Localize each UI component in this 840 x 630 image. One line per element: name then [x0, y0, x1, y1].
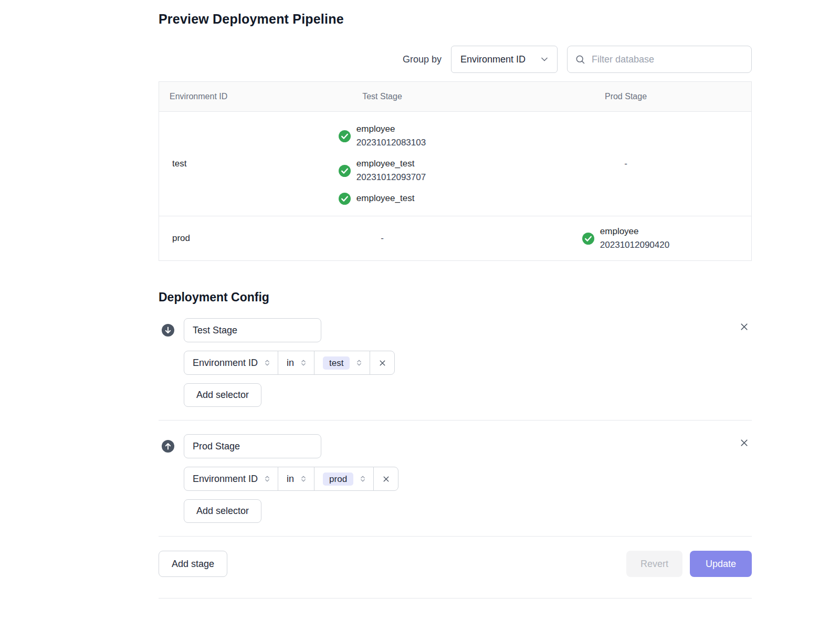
add-selector-button[interactable]: Add selector: [184, 499, 261, 523]
selector-key-select[interactable]: Environment ID: [184, 351, 278, 375]
stage-prod: Environment ID in prod: [159, 434, 752, 523]
filter-database-box: [567, 46, 752, 73]
database-version: 20231012093707: [356, 171, 426, 184]
arrow-down-circle-icon: [162, 324, 174, 337]
selector-value-tag: prod: [323, 472, 353, 486]
remove-stage-button[interactable]: [737, 319, 752, 334]
arrow-up-circle-icon: [162, 440, 174, 453]
toolbar: Group by Environment ID: [159, 46, 752, 73]
selector-key-value: Environment ID: [193, 474, 258, 485]
search-icon: [575, 54, 585, 65]
column-header-environment-id: Environment ID: [159, 92, 264, 101]
selector-key-select[interactable]: Environment ID: [184, 467, 278, 491]
deployment-config-title: Deployment Config: [159, 290, 752, 304]
divider: [159, 420, 752, 421]
selector-operator-value: in: [287, 474, 294, 485]
close-icon: [739, 326, 750, 334]
selector-row: Environment ID in prod: [184, 467, 398, 491]
database-name: employee_test: [356, 192, 415, 205]
stage-name-input[interactable]: [184, 434, 321, 458]
unfold-chevrons-icon: [263, 359, 271, 367]
selector-value-select[interactable]: prod: [314, 467, 374, 491]
remove-selector-button[interactable]: [373, 467, 398, 491]
database-name: employee: [356, 122, 426, 136]
close-icon: [739, 442, 750, 450]
unfold-chevrons-icon: [355, 359, 363, 367]
selector-operator-select[interactable]: in: [278, 351, 314, 375]
database-item: employee_test: [339, 192, 415, 205]
environment-cell: prod: [159, 216, 264, 260]
divider: [159, 598, 752, 598]
check-circle-icon: [339, 130, 351, 142]
database-version: 20231012083103: [356, 136, 426, 150]
page-title: Preview Deployment Pipeline: [159, 12, 752, 27]
remove-selector-button[interactable]: [370, 351, 395, 375]
stage-name-input[interactable]: [184, 318, 321, 342]
bottom-actions: Add stage Revert Update: [159, 551, 752, 577]
database-name: employee_test: [356, 157, 426, 171]
database-name: employee: [600, 225, 669, 238]
table-row-prod: prod - employee 20231012090420: [159, 216, 751, 260]
database-version: 20231012090420: [600, 238, 669, 252]
group-by-value: Environment ID: [460, 54, 526, 65]
add-selector-button[interactable]: Add selector: [184, 383, 261, 407]
selector-operator-select[interactable]: in: [278, 467, 314, 491]
divider: [159, 536, 752, 537]
group-by-label: Group by: [403, 54, 442, 65]
unfold-chevrons-icon: [263, 475, 271, 483]
unfold-chevrons-icon: [359, 475, 367, 483]
main-content: Preview Deployment Pipeline Group by Env…: [159, 12, 752, 598]
column-header-test-stage: Test Stage: [264, 92, 500, 101]
selector-key-value: Environment ID: [193, 358, 258, 369]
pipeline-table: Environment ID Test Stage Prod Stage tes…: [159, 81, 752, 261]
prod-stage-cell: employee 20231012090420: [500, 216, 751, 260]
test-stage-cell: employee 20231012083103 employee_test 20…: [264, 112, 500, 216]
unfold-chevrons-icon: [299, 475, 308, 483]
group-by-select[interactable]: Environment ID: [451, 46, 558, 73]
selector-value-select[interactable]: test: [314, 351, 370, 375]
filter-database-input[interactable]: [591, 54, 744, 66]
update-button[interactable]: Update: [690, 551, 752, 577]
close-icon: [382, 475, 391, 484]
selector-operator-value: in: [287, 358, 294, 369]
chevron-down-icon: [539, 54, 550, 65]
add-stage-button[interactable]: Add stage: [159, 551, 227, 577]
stage-test: Environment ID in test: [159, 318, 752, 407]
pipeline-table-header: Environment ID Test Stage Prod Stage: [159, 82, 751, 112]
database-item: employee_test 20231012093707: [339, 157, 426, 184]
column-header-prod-stage: Prod Stage: [500, 92, 751, 101]
database-item: employee 20231012083103: [339, 122, 426, 150]
check-circle-icon: [339, 193, 351, 205]
table-row-test: test employee 20231012083103: [159, 112, 751, 216]
selector-row: Environment ID in test: [184, 351, 395, 375]
unfold-chevrons-icon: [299, 359, 308, 367]
prod-stage-empty: -: [500, 112, 751, 216]
close-icon: [378, 359, 387, 368]
check-circle-icon: [582, 233, 594, 245]
test-stage-empty: -: [264, 216, 500, 260]
environment-cell: test: [159, 112, 264, 216]
revert-button[interactable]: Revert: [626, 551, 682, 577]
selector-value-tag: test: [323, 356, 350, 370]
database-item: employee 20231012090420: [582, 225, 669, 252]
remove-stage-button[interactable]: [737, 435, 752, 450]
check-circle-icon: [339, 165, 351, 177]
